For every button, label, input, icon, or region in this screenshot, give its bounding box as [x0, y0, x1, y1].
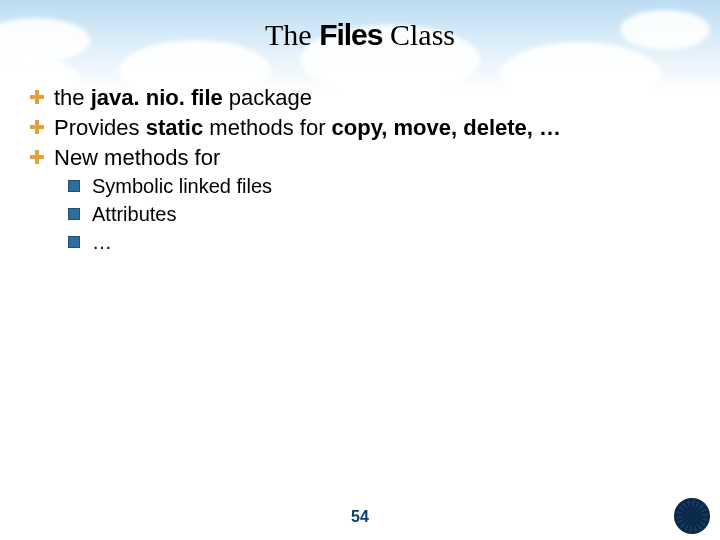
bullet-text-pre: Provides: [54, 115, 146, 140]
bullet-text-mid: methods for: [203, 115, 331, 140]
bullet-item: New methods for: [28, 144, 692, 172]
bullet-text-bold: java. nio. file: [91, 85, 223, 110]
square-bullet-icon: [68, 236, 80, 248]
sub-bullet-text: Symbolic linked files: [92, 175, 272, 197]
bullet-text-pre: the: [54, 85, 91, 110]
title-word-3: Class: [390, 18, 455, 51]
bullet-text-bold: static: [146, 115, 203, 140]
title-word-1: The: [265, 18, 312, 51]
plus-bullet-icon: [30, 120, 44, 134]
logo-emblem-icon: [674, 498, 710, 534]
page-number: 54: [0, 508, 720, 526]
plus-bullet-icon: [30, 90, 44, 104]
bullet-item: Provides static methods for copy, move, …: [28, 114, 692, 142]
square-bullet-icon: [68, 208, 80, 220]
bullet-text-bold: copy, move, delete, …: [332, 115, 561, 140]
sub-bullet-item: Attributes: [66, 202, 692, 228]
sub-bullet-item: …: [66, 230, 692, 256]
bullet-item: the java. nio. file package: [28, 84, 692, 112]
title-word-2: Files: [319, 18, 382, 51]
slide-title: The Files Class: [0, 0, 720, 52]
bullet-text-post: package: [223, 85, 312, 110]
bullet-text: New methods for: [54, 145, 220, 170]
sub-bullet-text: Attributes: [92, 203, 176, 225]
sub-bullet-item: Symbolic linked files: [66, 174, 692, 200]
sub-bullet-text: …: [92, 231, 112, 253]
plus-bullet-icon: [30, 150, 44, 164]
square-bullet-icon: [68, 180, 80, 192]
slide-body: the java. nio. file package Provides sta…: [0, 84, 720, 255]
